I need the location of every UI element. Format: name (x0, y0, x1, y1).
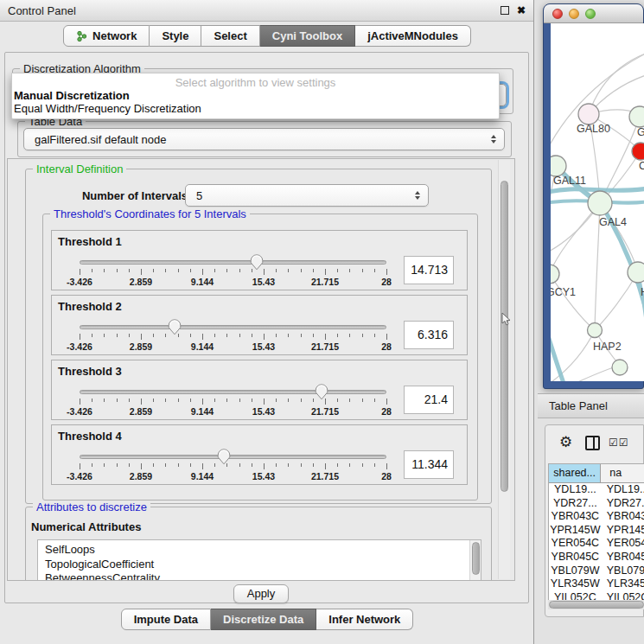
threshold-3-value-field[interactable]: 21.4 (404, 386, 454, 414)
threshold-4-value-field[interactable]: 11.344 (404, 450, 454, 479)
zoom-traffic-light[interactable] (585, 9, 596, 19)
node-unlabeled[interactable] (629, 106, 644, 127)
table-panel-titlebar: Table Panel (538, 393, 644, 418)
attributes-list-scrollbar[interactable] (469, 540, 481, 581)
node-hap2[interactable] (588, 323, 603, 338)
column-header-shared-name[interactable]: shared... (549, 464, 601, 482)
node-h[interactable] (628, 262, 644, 283)
table-data-combobox[interactable]: galFiltered.sif default node (23, 128, 505, 150)
network-window-titlebar (544, 4, 643, 23)
control-panel-window: Control Panel ✖ Network Style Select Cyn… (0, 0, 534, 644)
network-view-window: GAL80 GAL C GAL11 GAL4 GCY1 H HAP2 (543, 3, 644, 389)
popup-hint: Select algorithm to view settings (12, 76, 499, 89)
node-table: shared... na YDL19...YDL19... YDR27...YD… (548, 463, 644, 609)
table-row[interactable]: YDR27...YDR27... (549, 497, 644, 511)
table-row[interactable]: YDL19...YDL19... (549, 483, 644, 497)
attributes-group-title: Attributes to discretize (33, 501, 150, 513)
network-icon (76, 30, 87, 42)
threshold-3-scale: -3.4262.8599.14415.4321.71528 (80, 399, 386, 419)
numerical-attributes-list: SelfLoops TopologicalCoefficient Between… (37, 539, 481, 581)
float-window-icon[interactable] (501, 6, 509, 15)
tab-select[interactable]: Select (201, 25, 259, 47)
tab-style[interactable]: Style (150, 25, 201, 47)
threshold-1-value-field[interactable]: 14.713 (404, 256, 454, 284)
gear-icon[interactable]: ⚙ (559, 435, 572, 450)
list-item[interactable]: TopologicalCoefficient (38, 558, 481, 572)
panel-title: Control Panel (8, 4, 493, 17)
apply-button[interactable]: Apply (233, 584, 289, 603)
close-traffic-light[interactable] (552, 9, 563, 19)
tab-network[interactable]: Network (63, 25, 150, 47)
minimize-traffic-light[interactable] (569, 9, 579, 19)
popup-option-equal-width[interactable]: Equal Width/Frequency Discretization (12, 102, 499, 115)
node-gal4[interactable] (588, 191, 612, 215)
node-gal80[interactable] (578, 104, 599, 124)
threshold-3-slider[interactable] (80, 390, 386, 394)
mouse-cursor (501, 312, 512, 327)
threshold-4-panel: Threshold 4 -3.4262.8599.14415.4321.7152… (51, 424, 468, 485)
table-panel: ⚙ ☑☑ shared... na YDL19...YDL19... YDR27… (545, 424, 644, 617)
threshold-1-scale: -3.4262.8599.14415.4321.71528 (80, 269, 386, 290)
threshold-4-scale: -3.4262.8599.14415.4321.71528 (80, 463, 386, 484)
table-row[interactable]: YPR145WYPR145W (549, 524, 644, 538)
network-graph: GAL80 GAL C GAL11 GAL4 GCY1 H HAP2 (551, 23, 644, 381)
threshold-3-panel: Threshold 3 -3.4262.8599.14415.4321.7152… (51, 360, 468, 420)
scrollbar-thumb[interactable] (549, 601, 644, 609)
close-icon[interactable]: ✖ (517, 5, 526, 16)
node-label-clipped-ga: GAL (637, 126, 644, 138)
threshold-1-label: Threshold 1 (58, 235, 122, 248)
tab-impute-data[interactable]: Impute Data (121, 609, 211, 630)
node-label-gal11: GAL11 (553, 175, 586, 187)
tab-jactivemnodules[interactable]: jActiveMNodules (355, 25, 471, 47)
table-header-row: shared... na (549, 464, 644, 483)
number-of-intervals-label: Number of Intervals (60, 189, 188, 202)
node-bottom[interactable] (612, 360, 628, 375)
screen: Control Panel ✖ Network Style Select Cyn… (0, 0, 644, 644)
control-panel-titlebar: Control Panel ✖ (0, 0, 533, 22)
node-label-gal80: GAL80 (577, 123, 610, 135)
table-horizontal-scrollbar[interactable] (548, 600, 644, 609)
threshold-1-slider[interactable] (80, 260, 386, 265)
node-label-clipped-h: H (641, 286, 644, 298)
popup-option-manual[interactable]: Manual Discretization (12, 89, 499, 102)
number-of-intervals-combobox[interactable]: 5 (185, 184, 429, 207)
table-row[interactable]: YBL079WYBL079W (549, 564, 644, 578)
node-gcy1[interactable] (551, 265, 559, 284)
threshold-2-value-field[interactable]: 6.316 (404, 321, 454, 349)
table-data-value: galFiltered.sif default node (35, 133, 166, 146)
table-row[interactable]: YER054CYER054C (549, 537, 644, 551)
column-selector-icon[interactable] (585, 436, 600, 450)
node-label-hap2: HAP2 (593, 341, 622, 353)
numerical-attributes-label: Numerical Attributes (31, 520, 141, 533)
tab-cyni-toolbox[interactable]: Cyni Toolbox (260, 25, 355, 47)
table-row[interactable]: YBR043CYBR043C (549, 510, 644, 524)
tab-network-label: Network (92, 29, 137, 42)
list-item[interactable]: SelfLoops (38, 540, 481, 558)
node-label-gcy1: GCY1 (551, 286, 576, 298)
table-row[interactable]: YLR345WYLR345W (549, 577, 644, 591)
tab-infer-network[interactable]: Infer Network (316, 609, 413, 630)
scrollbar-thumb[interactable] (501, 181, 508, 492)
threshold-coordinates-title: Threshold's Coordinates for 5 Intervals (50, 207, 250, 220)
node-label-clipped-c: C (639, 160, 644, 172)
number-of-intervals-value: 5 (196, 189, 202, 202)
node-selected-red[interactable] (632, 143, 644, 160)
settings-vertical-scrollbar[interactable] (498, 160, 510, 579)
top-tab-bar: Network Style Select Cyni Toolbox jActiv… (0, 25, 534, 47)
settings-scroll-viewport: Interval Definition Number of Intervals … (7, 158, 515, 581)
list-item[interactable]: BetweennessCentrality (38, 571, 481, 581)
table-row[interactable]: YBR045CYBR045C (549, 551, 644, 564)
combo-arrows-icon (415, 191, 420, 200)
node-gal11[interactable] (551, 156, 566, 176)
network-canvas[interactable]: GAL80 GAL C GAL11 GAL4 GCY1 H HAP2 (551, 23, 644, 381)
tab-discretize-data[interactable]: Discretize Data (211, 609, 316, 630)
column-header-name[interactable]: na (601, 464, 644, 482)
table-toolbar: ⚙ ☑☑ (545, 425, 643, 462)
threshold-4-slider[interactable] (80, 455, 386, 459)
threshold-3-label: Threshold 3 (58, 365, 122, 378)
select-checkboxes-icon[interactable]: ☑☑ (609, 437, 629, 449)
interval-definition-title: Interval Definition (33, 163, 126, 175)
threshold-2-slider[interactable] (80, 325, 386, 329)
threshold-1-panel: Threshold 1 -3.4262.8599.14415.4321.7152… (51, 230, 468, 290)
threshold-2-label: Threshold 2 (58, 300, 122, 313)
